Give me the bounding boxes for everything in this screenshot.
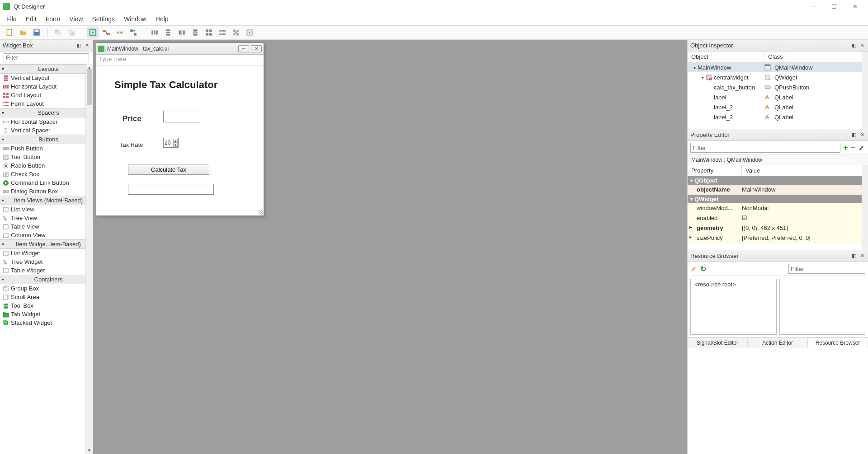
resource-tree[interactable]: <resource root> — [690, 279, 777, 335]
close-panel-icon[interactable]: ✕ — [859, 42, 865, 49]
widget-item[interactable]: Horizontal Spacer — [0, 117, 93, 126]
menu-window[interactable]: Window — [119, 14, 151, 24]
form-heading-label[interactable]: Simple Tax Calculator — [114, 79, 217, 91]
widget-category[interactable]: ▾Item Views (Model-Based) — [0, 196, 93, 205]
form-menubar[interactable]: Type Here — [96, 55, 264, 66]
widget-item[interactable]: Tool Button — [0, 153, 93, 161]
menu-view[interactable]: View — [65, 14, 87, 24]
adjust-size-icon[interactable] — [244, 27, 255, 38]
property-filter[interactable] — [690, 143, 840, 153]
widget-item[interactable]: List Widget — [0, 249, 93, 257]
result-output[interactable] — [128, 184, 214, 195]
widget-item[interactable]: Radio Button — [0, 161, 93, 170]
widget-item[interactable]: Horizontal Layout — [0, 82, 93, 91]
edit-tab-order-icon[interactable] — [127, 27, 139, 38]
resource-preview[interactable] — [779, 279, 866, 335]
widget-item[interactable]: Vertical Spacer — [0, 126, 93, 135]
widget-item[interactable]: Grid Layout — [0, 91, 93, 99]
minimize-button[interactable]: ─ — [803, 0, 824, 13]
object-row[interactable]: label_3QLabel — [688, 112, 862, 122]
configure-icon[interactable] — [858, 144, 865, 152]
remove-property-icon[interactable]: − — [850, 143, 855, 153]
bring-front-icon[interactable] — [66, 27, 77, 38]
form-close-icon[interactable]: ✕ — [251, 45, 262, 52]
layout-vertical-icon[interactable] — [162, 27, 174, 38]
widget-category[interactable]: ▾Containers — [0, 275, 93, 284]
calculate-button[interactable]: Calculate Tax — [128, 164, 209, 175]
tab-resource-browser[interactable]: Resource Browser — [808, 338, 868, 348]
widget-item[interactable]: List View — [0, 205, 93, 214]
property-row[interactable]: windowMod...NonModal — [688, 203, 862, 213]
widget-item[interactable]: Command Link Button — [0, 178, 93, 187]
close-button[interactable]: ✕ — [844, 0, 865, 13]
layout-grid-icon[interactable] — [203, 27, 215, 38]
object-row[interactable]: label_2QLabel — [688, 102, 862, 112]
oi-col-object[interactable]: Object — [688, 51, 764, 62]
maximize-button[interactable]: ☐ — [824, 0, 844, 13]
scrollbar[interactable] — [862, 165, 868, 250]
object-row[interactable]: labelQLabel — [688, 92, 862, 102]
property-row[interactable]: ▸sizePolicy[Preferred, Preferred, 0, 0] — [688, 233, 862, 243]
rate-spinbox[interactable]: 20 ▲▼ — [163, 138, 179, 148]
scrollbar[interactable] — [862, 51, 868, 129]
layout-h-splitter-icon[interactable] — [176, 27, 188, 38]
widget-category[interactable]: ▾Buttons — [0, 135, 93, 144]
menu-settings[interactable]: Settings — [87, 14, 119, 24]
tab-signal-slot[interactable]: Signal/Slot Editor — [688, 338, 748, 348]
widget-item[interactable]: Form Layout — [0, 99, 93, 108]
resize-grip-icon[interactable] — [258, 210, 263, 215]
object-row[interactable]: ▾centralwidgetQWidget — [688, 72, 862, 82]
spin-up-icon[interactable]: ▲ — [173, 139, 178, 143]
property-row[interactable]: objectNameMainWindow — [688, 185, 862, 195]
design-canvas[interactable]: MainWindow - tax_calc.ui ─ ✕ Type Here S… — [93, 40, 687, 454]
widget-box-filter[interactable] — [4, 53, 89, 62]
menu-edit[interactable]: Edit — [21, 14, 41, 24]
price-label[interactable]: Price — [123, 114, 142, 123]
resource-filter[interactable] — [788, 264, 865, 274]
layout-v-splitter-icon[interactable] — [189, 27, 201, 38]
widget-item[interactable]: Vertical Layout — [0, 74, 93, 82]
widget-category[interactable]: ▾Layouts — [0, 64, 93, 74]
reload-icon[interactable]: ↻ — [700, 265, 706, 273]
price-input[interactable] — [163, 111, 200, 122]
property-section[interactable]: ▾QObject — [688, 176, 862, 185]
spin-down-icon[interactable]: ▼ — [173, 143, 178, 147]
object-tree[interactable]: ▾MainWindowQMainWindow▾centralwidgetQWid… — [688, 62, 862, 122]
widget-category[interactable]: ▾Spacers — [0, 108, 93, 117]
close-panel-icon[interactable]: ✕ — [84, 42, 90, 49]
widget-category[interactable]: ▾Item Widge...tem-Based) — [0, 239, 93, 249]
object-row[interactable]: calc_tax_buttonQPushButton — [688, 82, 862, 92]
edit-buddies-icon[interactable] — [114, 27, 126, 38]
property-row[interactable]: ▸geometry[(0, 0), 462 x 451] — [688, 223, 862, 233]
widget-item[interactable]: Tree Widget — [0, 257, 93, 266]
scroll-down-icon[interactable]: ▼ — [86, 447, 93, 454]
form-body[interactable]: Simple Tax Calculator Price Tax Rate 20 … — [96, 66, 264, 215]
object-row[interactable]: ▾MainWindowQMainWindow — [688, 62, 862, 72]
oi-col-class[interactable]: Class — [764, 51, 787, 62]
layout-horizontal-icon[interactable] — [149, 27, 160, 38]
save-icon[interactable] — [31, 27, 42, 38]
open-icon[interactable] — [17, 27, 29, 38]
dock-icon[interactable]: ◧ — [851, 132, 857, 138]
edit-signals-icon[interactable] — [100, 27, 112, 38]
close-panel-icon[interactable]: ✕ — [859, 253, 865, 259]
edit-widgets-icon[interactable] — [87, 27, 99, 38]
new-form-icon[interactable] — [4, 27, 15, 38]
menu-help[interactable]: Help — [151, 14, 173, 24]
widget-item[interactable]: Column View — [0, 231, 93, 239]
tab-action-editor[interactable]: Action Editor — [748, 338, 808, 348]
send-back-icon[interactable] — [52, 27, 64, 38]
property-row[interactable]: enabled☑ — [688, 213, 862, 223]
widget-item[interactable]: Group Box — [0, 284, 93, 293]
pe-col-value[interactable]: Value — [742, 165, 764, 176]
widget-item[interactable]: Tool Box — [0, 301, 93, 310]
widget-item[interactable]: Check Box — [0, 170, 93, 178]
add-property-icon[interactable]: + — [843, 143, 848, 153]
dock-icon[interactable]: ◧ — [75, 42, 82, 49]
break-layout-icon[interactable] — [230, 27, 242, 38]
close-panel-icon[interactable]: ✕ — [859, 132, 865, 138]
form-minimize-icon[interactable]: ─ — [238, 45, 249, 52]
pe-col-property[interactable]: Property — [688, 165, 742, 176]
dock-icon[interactable]: ◧ — [851, 42, 857, 49]
property-list[interactable]: ▾QObjectobjectNameMainWindow▾QWidgetwind… — [688, 176, 862, 243]
